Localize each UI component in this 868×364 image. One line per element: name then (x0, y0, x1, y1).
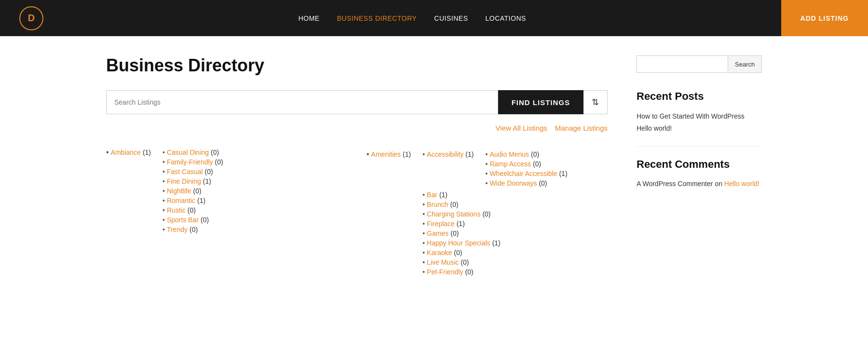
wheelchair-accessible-link[interactable]: Wheelchair Accessible (489, 170, 557, 177)
main-content: Business Directory FIND LISTINGS ⇅ View … (106, 55, 608, 281)
karaoke-link[interactable]: Karaoke (427, 249, 452, 256)
audio-menus-link[interactable]: Audio Menus (489, 150, 529, 158)
list-item: Audio Menus(0) (485, 150, 567, 158)
sidebar-search-button[interactable]: Search (728, 55, 762, 73)
fine-dining-link[interactable]: Fine Dining (167, 177, 201, 185)
amenities-category-list: Amenities (1) Accessibility (1) Audio Me… (366, 147, 608, 278)
nav-cuisines[interactable]: CUISINES (434, 14, 468, 22)
fast-casual-link[interactable]: Fast Casual (167, 168, 203, 175)
sidebar-search-widget: Search (637, 55, 762, 73)
listings-links: View All Listings Manage Listings (106, 124, 608, 132)
amenities-link[interactable]: Amenities (371, 150, 401, 158)
list-item: Rustic(0) (163, 206, 223, 214)
listing-columns: Ambiance (1) Casual Dining(0) Family-Fri… (106, 147, 608, 281)
nav-home[interactable]: HOME (298, 14, 320, 22)
site-header: D HOME BUSINESS DIRECTORY CUISINES LOCAT… (0, 0, 868, 36)
live-music-link[interactable]: Live Music (427, 258, 459, 266)
list-item: Games(0) (422, 229, 567, 237)
filter-icon: ⇅ (592, 97, 599, 108)
site-logo: D (19, 6, 43, 30)
ambiance-category-list: Ambiance (1) Casual Dining(0) Family-Fri… (106, 147, 347, 235)
amenities-sub-list: Accessibility (1) Audio Menus(0) Ramp Ac… (413, 148, 567, 278)
comment-post-link[interactable]: Hello world! (724, 180, 760, 188)
list-item: Fine Dining(1) (163, 177, 223, 185)
ambiance-link[interactable]: Ambiance (111, 148, 141, 156)
list-item: Wheelchair Accessible(1) (485, 170, 567, 177)
list-item: Pet-Friendly(0) (422, 268, 567, 276)
comment-author: A WordPress Commenter (637, 180, 713, 188)
ramp-access-link[interactable]: Ramp Access (489, 160, 531, 168)
list-item: Trendy(0) (163, 226, 223, 233)
romantic-link[interactable]: Romantic (167, 197, 195, 204)
list-item: Live Music(0) (422, 258, 567, 266)
view-all-listings-link[interactable]: View All Listings (496, 124, 547, 132)
list-item: Happy Hour Specials(1) (422, 239, 567, 247)
happy-hour-specials-link[interactable]: Happy Hour Specials (427, 239, 490, 247)
list-item: Nightlife(0) (163, 187, 223, 195)
main-nav: HOME BUSINESS DIRECTORY CUISINES LOCATIO… (298, 14, 526, 22)
list-item: Bar(1) (422, 191, 567, 199)
listing-col-right: Amenities (1) Accessibility (1) Audio Me… (366, 147, 608, 281)
casual-dining-link[interactable]: Casual Dining (167, 148, 209, 156)
list-item: Accessibility (1) Audio Menus(0) Ramp Ac… (422, 148, 567, 189)
list-item: Fast Casual(0) (163, 168, 223, 175)
wide-doorways-link[interactable]: Wide Doorways (489, 179, 537, 187)
ambiance-count: (1) (143, 148, 151, 156)
list-item: Fireplace(1) (422, 220, 567, 228)
family-friendly-link[interactable]: Family-Friendly (167, 158, 213, 166)
manage-listings-link[interactable]: Manage Listings (555, 124, 608, 132)
amenities-category-item: Amenities (1) Accessibility (1) Audio Me… (366, 147, 608, 278)
listing-col-left: Ambiance (1) Casual Dining(0) Family-Fri… (106, 147, 347, 281)
recent-comments-title: Recent Comments (637, 158, 762, 171)
list-item: Charging Stations(0) (422, 210, 567, 218)
nav-locations[interactable]: LOCATIONS (485, 14, 526, 22)
sports-bar-link[interactable]: Sports Bar (167, 216, 199, 224)
list-item: Ramp Access(0) (485, 160, 567, 168)
pet-friendly-link[interactable]: Pet-Friendly (427, 268, 463, 276)
nightlife-link[interactable]: Nightlife (167, 187, 191, 195)
rustic-link[interactable]: Rustic (167, 206, 186, 214)
ambiance-category-item: Ambiance (1) Casual Dining(0) Family-Fri… (106, 147, 347, 235)
bar-link[interactable]: Bar (427, 191, 437, 199)
trendy-link[interactable]: Trendy (167, 226, 188, 233)
list-item: Romantic(1) (163, 197, 223, 204)
sidebar: Search Recent Posts How to Get Started W… (637, 55, 762, 281)
comment-entry-0: A WordPress Commenter on Hello world! (637, 178, 762, 189)
search-listings-input[interactable] (106, 90, 498, 114)
accessibility-link[interactable]: Accessibility (427, 150, 463, 158)
ambiance-sub-list: Casual Dining(0) Family-Friendly(0) Fast… (153, 148, 223, 235)
page-wrapper: Business Directory FIND LISTINGS ⇅ View … (96, 36, 772, 300)
games-link[interactable]: Games (427, 229, 448, 237)
brunch-link[interactable]: Brunch (427, 201, 448, 208)
fireplace-link[interactable]: Fireplace (427, 220, 455, 228)
list-item: Wide Doorways(0) (485, 179, 567, 187)
list-item: Brunch(0) (422, 201, 567, 208)
add-listing-button[interactable]: ADD LISTING (781, 0, 868, 36)
listing-search-bar: FIND LISTINGS ⇅ (106, 90, 608, 114)
recent-post-0[interactable]: How to Get Started With WordPress (637, 110, 762, 122)
sidebar-divider (637, 146, 762, 147)
find-listings-button[interactable]: FIND LISTINGS (498, 90, 583, 114)
recent-post-1[interactable]: Hello world! (637, 122, 762, 135)
page-title: Business Directory (106, 55, 608, 76)
list-item: Family-Friendly(0) (163, 158, 223, 166)
list-item: Karaoke(0) (422, 249, 567, 256)
sidebar-search-input[interactable] (637, 55, 728, 73)
comment-on-text: on (715, 180, 724, 188)
list-item: Casual Dining(0) (163, 148, 223, 156)
accessibility-sub-list: Audio Menus(0) Ramp Access(0) Wheelchair… (475, 150, 567, 189)
nav-business-directory[interactable]: BUSINESS DIRECTORY (337, 14, 417, 22)
recent-posts-title: Recent Posts (637, 90, 762, 103)
list-item: Sports Bar(0) (163, 216, 223, 224)
filter-icon-button[interactable]: ⇅ (583, 90, 608, 114)
charging-stations-link[interactable]: Charging Stations (427, 210, 480, 218)
